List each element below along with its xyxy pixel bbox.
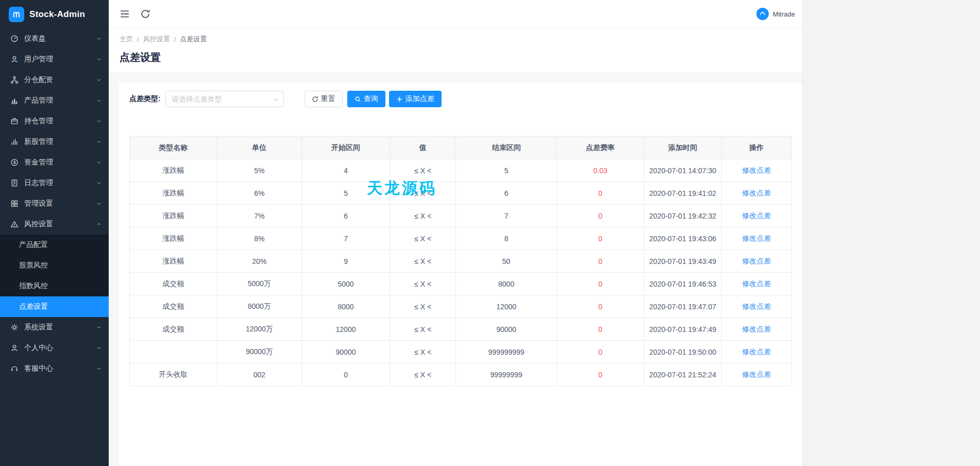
collapse-sidebar-button[interactable] — [119, 8, 130, 20]
cell-rate: 0 — [556, 273, 644, 295]
sidebar-item-users[interactable]: 用户管理 — [0, 49, 109, 70]
chevron-down-icon — [96, 180, 102, 186]
cell-unit: 6% — [217, 182, 301, 205]
sidebar-subitem-stock-risk[interactable]: 股票风控 — [0, 255, 109, 276]
column-header-value: 值 — [390, 137, 456, 159]
table-row: 涨跌幅 20% 9 ≤ X < 50 0 2020-07-01 19:43:49… — [130, 250, 792, 273]
cell-start: 7 — [302, 227, 390, 250]
app-logo[interactable]: Stock-Admin — [0, 0, 109, 28]
edit-spread-link[interactable]: 修改点差 — [742, 189, 771, 197]
edit-spread-link[interactable]: 修改点差 — [742, 257, 771, 265]
username-text: Mitrade — [773, 10, 795, 18]
breadcrumb-item-risk-settings[interactable]: 风控设置 — [143, 35, 170, 44]
sidebar-item-products[interactable]: 产品管理 — [0, 90, 109, 111]
cell-unit: 20% — [217, 250, 301, 273]
edit-spread-link[interactable]: 修改点差 — [742, 234, 771, 242]
sidebar-item-label: 产品管理 — [24, 96, 96, 105]
sidebar-item-profile[interactable]: 个人中心 — [0, 338, 109, 358]
column-header-time: 添加时间 — [644, 137, 721, 159]
cell-rate: 0 — [556, 182, 644, 205]
sidebar-item-dashboard[interactable]: 仪表盘 — [0, 28, 109, 49]
sidebar-subitem-spread-settings[interactable]: 点差设置 — [0, 296, 109, 317]
sidebar-item-system-settings[interactable]: 系统设置 — [0, 317, 109, 338]
column-header-end: 结束区间 — [456, 137, 556, 159]
cell-rate: 0.03 — [556, 159, 644, 182]
column-header-start: 开始区间 — [302, 137, 390, 159]
chevron-down-icon — [96, 325, 102, 330]
edit-spread-link[interactable]: 修改点差 — [742, 211, 771, 220]
user-widget[interactable]: Mitrade — [756, 8, 795, 20]
sidebar-item-positions[interactable]: 持仓管理 — [0, 111, 109, 131]
refresh-button[interactable] — [140, 8, 151, 20]
sidebar-item-logs[interactable]: 日志管理 — [0, 173, 109, 193]
search-button[interactable]: 查询 — [347, 91, 385, 107]
cell-unit: 002 — [217, 363, 301, 386]
cell-type: 涨跌幅 — [130, 250, 217, 273]
sidebar-item-risk-settings[interactable]: 风控设置 — [0, 214, 109, 235]
cell-operator: ≤ X < — [390, 273, 456, 295]
sidebar-subitem-label: 股票风控 — [19, 261, 48, 270]
table-row: 涨跌幅 6% 5 ≤ X < 6 0 2020-07-01 19:41:02 修… — [130, 182, 792, 205]
equalizer-icon — [10, 138, 19, 146]
cell-type: 涨跌幅 — [130, 205, 217, 227]
sidebar-item-new-stock[interactable]: 新股管理 — [0, 131, 109, 152]
cell-time: 2020-07-01 21:52:24 — [644, 363, 721, 386]
cell-rate: 0 — [556, 363, 644, 386]
cell-time: 2020-07-01 19:43:49 — [644, 250, 721, 273]
sidebar-item-support[interactable]: 客服中心 — [0, 358, 109, 379]
cell-rate: 0 — [556, 227, 644, 250]
logo-icon — [9, 7, 24, 22]
cell-start: 12000 — [302, 318, 390, 341]
sidebar-item-label: 系统设置 — [24, 323, 96, 332]
add-spread-button[interactable]: 添加点差 — [389, 91, 442, 107]
edit-spread-link[interactable]: 修改点差 — [742, 166, 771, 174]
document-icon — [10, 179, 19, 187]
add-spread-button-label: 添加点差 — [405, 94, 434, 104]
edit-spread-link[interactable]: 修改点差 — [742, 347, 771, 356]
edit-spread-link[interactable]: 修改点差 — [742, 325, 771, 333]
cell-operator: ≤ X < — [390, 363, 456, 386]
sidebar-subitem-index-risk[interactable]: 指数风控 — [0, 276, 109, 296]
cell-end: 90000 — [456, 318, 556, 341]
edit-spread-link[interactable]: 修改点差 — [742, 302, 771, 310]
spread-type-select-input[interactable] — [166, 91, 283, 107]
table-row: 涨跌幅 5% 4 ≤ X < 5 0.03 2020-07-01 14:07:3… — [130, 159, 792, 182]
gear-icon — [10, 323, 19, 331]
cell-type: 成交额 — [130, 295, 217, 318]
cell-end: 99999999 — [456, 363, 556, 386]
cell-action: 修改点差 — [721, 227, 791, 250]
cell-time: 2020-07-01 14:07:30 — [644, 159, 721, 182]
reset-button[interactable]: 重置 — [305, 91, 343, 107]
chevron-down-icon — [96, 160, 102, 165]
bar-chart-icon — [10, 96, 19, 105]
sidebar-item-label: 风控设置 — [24, 220, 96, 229]
dollar-circle-icon: $ — [10, 158, 19, 167]
sidebar-subitem-label: 点差设置 — [19, 302, 48, 311]
cell-action: 修改点差 — [721, 295, 791, 318]
cell-start: 90000 — [302, 341, 390, 363]
cell-action: 修改点差 — [721, 182, 791, 205]
table-row: 涨跌幅 7% 6 ≤ X < 7 0 2020-07-01 19:42:32 修… — [130, 205, 792, 227]
edit-spread-link[interactable]: 修改点差 — [742, 279, 771, 288]
sidebar-subitem-product-config[interactable]: 产品配置 — [0, 235, 109, 255]
cell-unit: 12000万 — [217, 318, 301, 341]
reset-icon — [312, 96, 318, 103]
cell-start: 4 — [302, 159, 390, 182]
cell-rate: 0 — [556, 205, 644, 227]
sidebar-item-allocation[interactable]: 分仓配资 — [0, 70, 109, 90]
table-body: 涨跌幅 5% 4 ≤ X < 5 0.03 2020-07-01 14:07:3… — [130, 159, 792, 386]
cell-action: 修改点差 — [721, 205, 791, 227]
breadcrumb-item-home[interactable]: 主页 — [120, 35, 133, 44]
cell-start: 5000 — [302, 273, 390, 295]
sidebar-item-funds[interactable]: $ 资金管理 — [0, 152, 109, 173]
cell-end: 6 — [456, 182, 556, 205]
cell-action: 修改点差 — [721, 363, 791, 386]
chevron-down-icon — [96, 57, 102, 62]
edit-spread-link[interactable]: 修改点差 — [742, 370, 771, 378]
chevron-down-icon — [96, 366, 102, 371]
table-row: 成交额 5000万 5000 ≤ X < 8000 0 2020-07-01 1… — [130, 273, 792, 295]
sidebar-item-admin-settings[interactable]: 管理设置 — [0, 193, 109, 214]
cell-start: 6 — [302, 205, 390, 227]
chevron-down-icon — [96, 201, 102, 206]
spread-type-select[interactable] — [165, 91, 284, 107]
